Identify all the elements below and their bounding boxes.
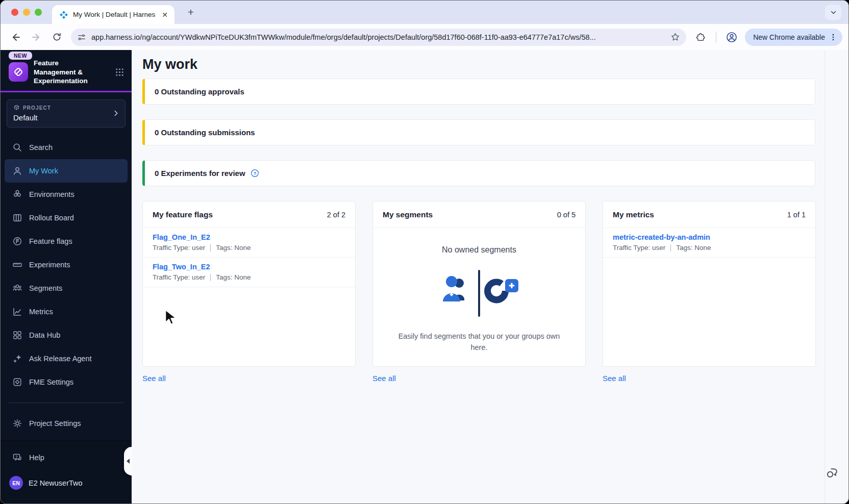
svg-text:?: ? — [253, 171, 256, 176]
segments-empty-illustration — [431, 267, 528, 320]
page-title: My work — [142, 57, 197, 72]
sidebar-item-feature-flags[interactable]: Feature flags — [1, 230, 132, 253]
help-tooltip-icon[interactable]: ? — [251, 169, 259, 178]
card-title: My feature flags — [153, 210, 213, 219]
traffic-type: Traffic Type: user — [153, 244, 205, 251]
project-name: Default — [13, 113, 119, 122]
new-tab-button[interactable]: + — [184, 6, 197, 19]
chrome-update-button[interactable]: New Chrome available — [745, 29, 842, 46]
user-name: E2 NewuserTwo — [29, 479, 83, 487]
person-icon — [12, 166, 22, 176]
flag-link[interactable]: Flag_Two_In_E2 — [153, 263, 345, 271]
outstanding-submissions-bar[interactable]: 0 Outstanding submissions — [142, 119, 815, 145]
help-chat-icon: ? — [12, 452, 22, 463]
extensions-button[interactable] — [691, 28, 710, 46]
sidebar-item-rollout-board[interactable]: Rollout Board — [1, 206, 132, 230]
sidebar-item-my-work[interactable]: My Work — [5, 159, 128, 183]
fme-settings-icon — [12, 377, 22, 387]
profile-icon — [726, 31, 738, 43]
url-bar[interactable]: app.harness.io/ng/account/YWdkwNPiTceDUK… — [71, 29, 686, 46]
sidebar-divider — [9, 402, 123, 403]
empty-state: No owned segments — [373, 228, 585, 366]
chrome-update-label: New Chrome available — [753, 33, 825, 41]
site-info-icon[interactable] — [77, 33, 86, 42]
module-header: NEW Feature Management & Experimentation — [1, 50, 132, 92]
browser-tab[interactable]: My Work | Default | Harness ✕ — [52, 5, 174, 24]
forward-button[interactable] — [27, 28, 45, 46]
back-arrow-icon — [11, 32, 21, 42]
sidebar-item-label: Experiments — [29, 261, 70, 269]
sidebar-item-project-settings[interactable]: Project Settings — [1, 412, 132, 435]
sidebar-item-data-hub[interactable]: Data Hub — [1, 323, 132, 347]
feedback-chat-icon[interactable] — [826, 466, 839, 480]
board-icon — [12, 213, 22, 223]
environments-icon — [12, 189, 22, 199]
url-text[interactable]: app.harness.io/ng/account/YWdkwNPiTceDUK… — [91, 33, 665, 41]
sidebar: NEW Feature Management & Experimentation… — [1, 50, 132, 504]
tab-close-icon[interactable]: ✕ — [160, 11, 169, 19]
sidebar-item-help[interactable]: ? Help — [1, 446, 132, 469]
sidebar-collapse-handle[interactable] — [124, 447, 132, 475]
sidebar-item-metrics[interactable]: Metrics — [1, 300, 132, 323]
feature-flags-card: My feature flags 2 of 2 Flag_One_In_E2 T… — [142, 201, 356, 367]
tags: Tags: None — [216, 273, 251, 281]
reload-button[interactable] — [47, 28, 66, 46]
sidebar-item-label: Rollout Board — [29, 214, 74, 222]
experiments-for-review-bar[interactable]: 0 Experiments for review ? — [142, 160, 815, 186]
sidebar-item-label: Search — [29, 143, 53, 152]
new-badge: NEW — [9, 52, 32, 60]
project-selector[interactable]: PROJECT Default — [7, 99, 126, 128]
sidebar-item-label: Ask Release Agent — [29, 355, 92, 363]
user-menu[interactable]: EN E2 NewuserTwo — [1, 469, 132, 490]
close-window-button[interactable] — [11, 9, 18, 16]
kebab-menu-icon[interactable] — [829, 33, 837, 41]
avatar: EN — [9, 476, 23, 490]
see-all-metrics-link[interactable]: See all — [603, 374, 626, 383]
puzzle-icon — [695, 32, 706, 42]
flag-link[interactable]: Flag_One_In_E2 — [153, 233, 345, 241]
data-hub-icon — [12, 330, 22, 340]
status-bar-label: 0 Outstanding submissions — [155, 128, 255, 137]
sidebar-item-label: Segments — [29, 284, 62, 292]
sidebar-item-segments[interactable]: Segments — [1, 276, 132, 300]
sidebar-item-label: Metrics — [29, 308, 53, 316]
scrollbar-gutter[interactable] — [825, 50, 825, 504]
browser-window: My Work | Default | Harness ✕ + app.harn… — [0, 0, 849, 504]
ruler-icon — [12, 260, 22, 270]
gear-icon — [12, 418, 22, 429]
list-item: Flag_One_In_E2 Traffic Type: user Tags: … — [143, 228, 355, 258]
module-switcher-button[interactable] — [115, 67, 124, 77]
tab-search-button[interactable] — [825, 5, 841, 20]
zoom-window-button[interactable] — [35, 9, 42, 16]
metric-link[interactable]: metric-created-by-an-admin — [613, 233, 806, 241]
sidebar-item-label: Project Settings — [29, 419, 81, 427]
cube-icon — [13, 105, 20, 111]
minimize-window-button[interactable] — [23, 9, 30, 16]
back-button[interactable] — [7, 28, 25, 46]
card-count: 2 of 2 — [327, 211, 345, 219]
reload-icon — [52, 32, 62, 42]
status-bar-label: 0 Experiments for review — [155, 169, 245, 178]
sidebar-item-environments[interactable]: Environments — [1, 183, 132, 206]
tab-title: My Work | Default | Harness — [73, 11, 156, 18]
window-controls — [11, 9, 42, 16]
grid-dots-icon — [115, 67, 124, 77]
sidebar-item-fme-settings[interactable]: FME Settings — [1, 370, 132, 394]
sidebar-item-search[interactable]: Search — [1, 136, 132, 159]
sparkles-icon — [12, 354, 22, 364]
card-count: 1 of 1 — [787, 211, 806, 219]
summary-cards: My feature flags 2 of 2 Flag_One_In_E2 T… — [142, 201, 816, 367]
sidebar-item-label: Help — [29, 453, 44, 462]
search-icon — [12, 142, 22, 153]
bookmark-star-icon[interactable] — [670, 32, 680, 42]
sidebar-item-experiments[interactable]: Experiments — [1, 253, 132, 276]
see-all-feature-flags-link[interactable]: See all — [142, 374, 166, 383]
module-title: Feature Management & Experimentation — [34, 59, 102, 86]
card-title: My metrics — [613, 210, 654, 219]
people-icon — [12, 283, 22, 293]
sidebar-item-ask-release-agent[interactable]: Ask Release Agent — [1, 347, 132, 370]
sidebar-item-label: Feature flags — [29, 237, 72, 245]
profile-button[interactable] — [722, 28, 741, 46]
see-all-segments-link[interactable]: See all — [372, 374, 396, 383]
outstanding-approvals-bar[interactable]: 0 Outstanding approvals — [142, 79, 815, 105]
